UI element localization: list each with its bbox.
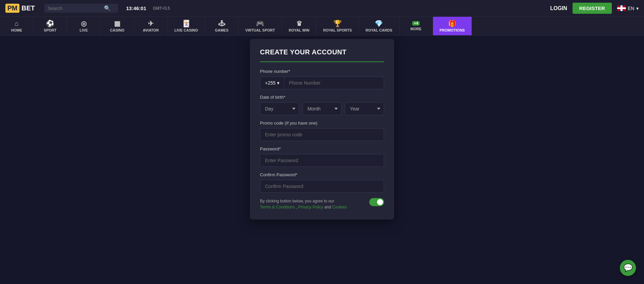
nav-item-live-casino[interactable]: 🃏 LIVE CASINO (168, 17, 205, 35)
search-input[interactable] (48, 6, 101, 11)
dob-label: Date of birth* (260, 95, 384, 100)
phone-prefix-selector[interactable]: +255 ▾ (260, 77, 284, 89)
nav-label-promotions: PROMOTIONS (440, 28, 465, 32)
login-button[interactable]: LOGIN (550, 5, 567, 11)
dob-year-select[interactable]: Year (345, 102, 384, 115)
confirm-password-input[interactable] (260, 180, 384, 193)
dob-day-select[interactable]: Day (260, 102, 299, 115)
chat-icon: 💬 (624, 264, 633, 272)
terms-row: By clicking button below, you agree to o… (260, 198, 384, 210)
nav-label-royal-sports: ROYAL SPORTS (323, 28, 352, 32)
privacy-policy-link[interactable]: Privacy Policy (298, 205, 323, 209)
confirm-password-label: Confirm Password* (260, 172, 384, 177)
toggle-slider (369, 198, 384, 206)
promotions-icon: 🎁 (448, 20, 457, 27)
nav-item-casino[interactable]: ▦ CASINO (101, 17, 134, 35)
top-bar-right: LOGIN REGISTER EN ▾ (550, 3, 639, 14)
main-content: CREATE YOUR ACCOUNT Phone number* +255 ▾… (0, 36, 644, 284)
nav-item-royal-sports[interactable]: 🏆 ROYAL SPORTS (316, 17, 359, 35)
live-casino-icon: 🃏 (182, 20, 191, 27)
nav-item-royal-cards[interactable]: 💎 ROYAL CARDS (359, 17, 399, 35)
promo-label: Promo code (If you have one) (260, 121, 384, 126)
terms-conditions-link[interactable]: Terms & Conditions (260, 205, 295, 209)
phone-row: +255 ▾ (260, 77, 384, 89)
logo: PM BET (5, 4, 39, 13)
nav-label-royal-win: ROYAL WIN (289, 28, 310, 32)
search-box[interactable]: 🔍 (44, 4, 118, 13)
chevron-down-icon: ▾ (277, 80, 279, 86)
create-account-modal: CREATE YOUR ACCOUNT Phone number* +255 ▾… (250, 39, 394, 220)
games-icon: 🕹 (218, 20, 225, 27)
terms-toggle[interactable] (369, 198, 384, 206)
nav-label-live-casino: LIVE CASINO (174, 28, 198, 32)
password-label: Password* (260, 146, 384, 151)
logo-pm: PM (5, 4, 19, 13)
nav-label-casino: CASINO (110, 28, 124, 32)
royal-cards-icon: 💎 (375, 20, 383, 27)
search-icon: 🔍 (104, 5, 111, 11)
modal-divider (260, 61, 384, 62)
chat-button[interactable]: 💬 (620, 260, 636, 276)
password-input[interactable] (260, 154, 384, 167)
nav-item-aviator[interactable]: ✈ AVIATOR (134, 17, 168, 35)
top-bar: PM BET 🔍 13:46:01 GMT+5.5 LOGIN REGISTER… (0, 0, 644, 17)
dob-row: Day Month Year (260, 102, 384, 115)
nav-item-royal-win[interactable]: ♛ ROYAL WIN (282, 17, 317, 35)
royal-win-icon: ♛ (296, 20, 302, 27)
nav-item-more[interactable]: +4 MORE (399, 17, 433, 35)
timezone-display: GMT+5.5 (153, 6, 170, 11)
sport-icon: ⚽ (46, 20, 54, 27)
promo-code-input[interactable] (260, 128, 384, 141)
nav-bar: ⌂ HOME ⚽ SPORT ◎ LIVE ▦ CASINO ✈ AVIATOR… (0, 17, 644, 36)
promo-group: Promo code (If you have one) (260, 121, 384, 141)
confirm-password-group: Confirm Password* (260, 172, 384, 193)
nav-item-promotions[interactable]: 🎁 PROMOTIONS (433, 17, 472, 35)
phone-label: Phone number* (260, 69, 384, 74)
virtual-sport-icon: 🎮 (256, 20, 264, 27)
nav-item-sport[interactable]: ⚽ SPORT (34, 17, 67, 35)
lang-label: EN (628, 6, 634, 11)
nav-item-games[interactable]: 🕹 GAMES (205, 17, 238, 35)
terms-prefix: By clicking button below, you agree to o… (260, 199, 334, 203)
aviator-icon: ✈ (148, 20, 154, 27)
nav-label-more: MORE (411, 27, 422, 31)
nav-label-royal-cards: ROYAL CARDS (366, 28, 392, 32)
nav-item-live[interactable]: ◎ LIVE (67, 17, 101, 35)
live-icon: ◎ (81, 20, 87, 27)
logo-bet: BET (21, 4, 35, 12)
language-selector[interactable]: EN ▾ (617, 5, 639, 11)
dob-month-select[interactable]: Month (303, 102, 342, 115)
register-button[interactable]: REGISTER (573, 3, 612, 14)
modal-title: CREATE YOUR ACCOUNT (260, 48, 384, 56)
cookies-link[interactable]: Cookies (332, 205, 346, 209)
royal-sports-icon: 🏆 (333, 20, 342, 27)
home-icon: ⌂ (14, 20, 18, 27)
password-group: Password* (260, 146, 384, 167)
dob-group: Date of birth* Day Month Year (260, 95, 384, 115)
terms-text: By clicking button below, you agree to o… (260, 198, 347, 210)
nav-label-sport: SPORT (44, 28, 57, 32)
nav-label-virtual-sport: VIRTUAL SPORT (245, 28, 275, 32)
flag-icon (617, 5, 626, 11)
clock-display: 13:46:01 (126, 5, 146, 11)
toggle-knob (377, 199, 383, 205)
more-icon: +4 (412, 21, 420, 26)
terms-and: and (324, 205, 331, 209)
phone-number-input[interactable] (284, 77, 384, 89)
nav-label-live: LIVE (79, 28, 88, 32)
casino-icon: ▦ (114, 20, 120, 27)
nav-label-home: HOME (11, 28, 22, 32)
phone-group: Phone number* +255 ▾ (260, 69, 384, 89)
nav-label-games: GAMES (215, 28, 228, 32)
chevron-down-icon: ▾ (636, 6, 639, 11)
nav-label-aviator: AVIATOR (143, 28, 159, 32)
phone-prefix-value: +255 (265, 80, 276, 86)
nav-item-home[interactable]: ⌂ HOME (0, 17, 34, 35)
nav-item-virtual-sport[interactable]: 🎮 VIRTUAL SPORT (238, 17, 282, 35)
